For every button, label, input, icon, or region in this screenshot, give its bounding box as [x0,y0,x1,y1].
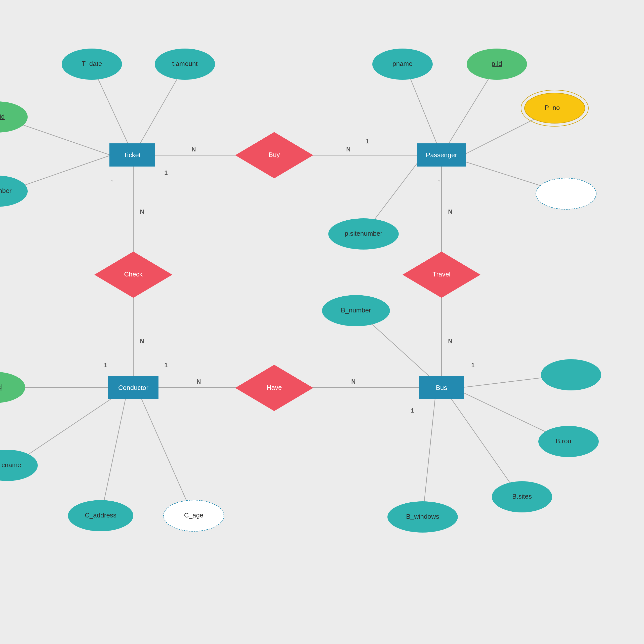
attr-b-windows[interactable]: B_windows [387,501,458,533]
rel-check[interactable]: Check [94,252,172,298]
attr-p-partial[interactable] [536,178,596,209]
attr-t-id[interactable]: .id [0,101,28,133]
attr-b-partial[interactable] [541,359,601,390]
svg-text:P_no: P_no [545,104,560,111]
attr-c-address[interactable]: C_address [68,500,133,531]
svg-line-19 [101,397,126,517]
attr-t-amount[interactable]: t.amount [155,49,215,80]
entity-bus[interactable]: Bus [419,376,464,399]
svg-text:Buy: Buy [269,151,280,158]
svg-text:cname: cname [2,461,21,469]
attr-b-sites[interactable]: B.sites [492,481,552,512]
card-one: 1 [104,362,107,369]
attr-c-id[interactable]: d [0,372,25,403]
rel-buy[interactable]: Buy [235,132,313,178]
card-one: 1 [164,362,168,369]
svg-text:Check: Check [124,270,143,278]
svg-text:Ticket: Ticket [124,151,141,159]
card-one: 1 [411,407,414,414]
card-n: N [351,378,355,385]
svg-point-60 [0,372,25,403]
svg-text:t.amount: t.amount [172,60,198,67]
card-one: 1 [366,138,369,145]
card-n: N [191,146,196,153]
rel-travel[interactable]: Travel [403,252,480,298]
svg-text:pname: pname [392,60,413,67]
svg-line-22 [423,397,435,517]
svg-text:Bus: Bus [436,384,447,391]
attr-b-route[interactable]: B.rou [538,426,599,457]
card-n: N [346,146,350,153]
card-star: * [438,178,440,185]
attr-p-id[interactable]: p.id [467,49,527,80]
svg-text:C_address: C_address [85,511,116,519]
attr-cname[interactable]: cname [0,450,38,481]
attr-p-no[interactable]: P_no [521,90,588,126]
svg-text:B_number: B_number [341,306,371,314]
entity-ticket[interactable]: Ticket [109,143,155,167]
rel-have[interactable]: Have [235,365,313,411]
svg-text:Travel: Travel [432,270,450,278]
svg-text:p.id: p.id [492,60,502,67]
svg-text:nber: nber [0,187,12,194]
svg-text:Conductor: Conductor [118,384,148,391]
card-star: * [111,178,113,185]
card-n: N [140,338,144,345]
attr-p-sitenumber[interactable]: p.sitenumber [328,218,399,250]
svg-text:Have: Have [267,384,282,391]
svg-line-20 [141,397,194,517]
er-diagram: N 1 N 1 N N 1 1 N N N N 1 1 * * Ticket P… [0,0,644,644]
card-one: 1 [164,169,168,176]
entity-passenger[interactable]: Passenger [417,143,466,167]
svg-text:T_date: T_date [82,60,102,67]
attr-b-number[interactable]: B_number [322,295,390,326]
svg-text:B_windows: B_windows [406,513,439,520]
attr-t-number[interactable]: nber [0,176,28,207]
card-n: N [140,208,144,215]
svg-text:C_age: C_age [184,511,204,519]
attr-c-age[interactable]: C_age [164,500,224,531]
svg-text:.id: .id [0,113,5,120]
attr-t-date[interactable]: T_date [62,49,122,80]
card-n: N [196,378,201,385]
svg-text:Passenger: Passenger [426,151,457,159]
card-one: 1 [471,362,474,369]
svg-text:B.sites: B.sites [512,493,532,500]
svg-point-76 [541,359,601,390]
svg-text:B.rou: B.rou [556,437,571,445]
card-n: N [448,208,452,215]
svg-text:d: d [0,383,2,391]
attr-pname[interactable]: pname [372,49,433,80]
entity-conductor[interactable]: Conductor [108,376,158,399]
svg-text:p.sitenumber: p.sitenumber [345,230,383,237]
svg-point-57 [536,178,596,209]
card-n: N [448,338,452,345]
